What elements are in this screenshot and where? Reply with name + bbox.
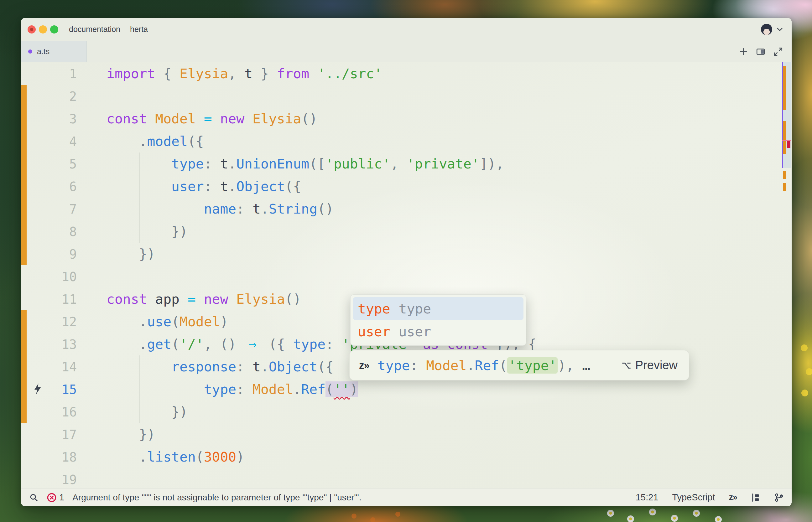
scrollbar-git-mark (783, 183, 786, 191)
line-number: 9 (21, 243, 77, 265)
user-menu[interactable] (761, 24, 784, 35)
code-line: 7 name: t.String() (21, 198, 792, 220)
zoom-button[interactable] (50, 25, 58, 34)
tab-a-ts[interactable]: a.ts (21, 41, 87, 62)
code-text: }) (106, 404, 187, 420)
code-text: response: t.Object({ (106, 359, 334, 375)
code-text: user: t.Object({ (106, 179, 301, 194)
line-number: 11 (21, 288, 77, 310)
code-action-lightning-icon[interactable] (33, 383, 42, 395)
completion-detail: type (399, 301, 431, 317)
completion-label: type (358, 301, 390, 317)
branch-name: herta (130, 25, 148, 34)
git-branch-icon (774, 493, 784, 502)
scrollbar-cursor-mark (782, 140, 791, 141)
wallpaper-flower (801, 344, 808, 352)
plus-icon (739, 47, 748, 56)
code-text: const app = new Elysia() (106, 291, 301, 307)
outline-panel-button[interactable] (751, 493, 760, 502)
wallpaper-flower (671, 515, 678, 522)
diagnostics-indicator[interactable]: 1 (45, 492, 66, 503)
code-text: .use(Model) (106, 314, 228, 329)
unsaved-dot-icon (28, 49, 32, 54)
line-number: 1 (21, 63, 77, 85)
code-line: 15 type: Model.Ref('') (21, 378, 792, 401)
wallpaper-flower (627, 516, 634, 522)
code-line: 19 (21, 468, 792, 488)
line-number: 8 (21, 220, 77, 243)
code-text: .model({ (106, 134, 204, 149)
cursor-position[interactable]: 15:21 (636, 492, 658, 503)
code-line: 9 }) (21, 243, 792, 265)
wallpaper-flower (693, 510, 700, 517)
wallpaper-flower (370, 517, 375, 522)
option-key-icon (621, 361, 631, 370)
wallpaper-flower (395, 512, 400, 517)
zed-prediction-icon: z» (359, 360, 369, 372)
completion-item-user[interactable]: useruser (353, 320, 523, 343)
chevron-down-icon (776, 26, 784, 33)
line-number: 10 (21, 265, 77, 288)
prediction-toggle[interactable]: z» (729, 493, 737, 502)
outline-panel-icon (751, 493, 760, 502)
preview-button[interactable]: Preview (620, 358, 679, 372)
scrollbar-git-mark (783, 170, 786, 179)
line-number: 15 (21, 378, 77, 401)
line-number: 5 (21, 153, 77, 175)
code-text: name: t.String() (106, 201, 334, 217)
line-number: 16 (21, 401, 77, 423)
split-pane-button[interactable] (756, 47, 765, 56)
code-line: 17 }) (21, 423, 792, 446)
code-lines: 1import { Elysia, t } from '../src'23con… (21, 62, 792, 488)
line-number: 17 (21, 423, 77, 446)
code-line: 5 type: t.UnionEnum(['public', 'private'… (21, 153, 792, 175)
completion-label: user (358, 324, 390, 339)
wallpaper-flower (715, 516, 722, 522)
completion-detail: user (399, 324, 431, 339)
code-line: 4 .model({ (21, 130, 792, 153)
line-number: 19 (21, 468, 77, 488)
error-icon (47, 493, 57, 503)
wallpaper-flower (607, 510, 614, 517)
diagnostic-message: Argument of type '""' is not assignable … (72, 493, 361, 503)
code-editor[interactable]: 1import { Elysia, t } from '../src'23con… (21, 62, 792, 488)
line-number: 7 (21, 198, 77, 220)
search-button[interactable] (29, 493, 39, 502)
preview-label: Preview (635, 359, 678, 372)
scrollbar-error-mark (787, 141, 790, 148)
line-number: 14 (21, 356, 77, 378)
line-number: 4 (21, 130, 77, 153)
prediction-code: type: Model.Ref('type'), … (377, 358, 590, 373)
expand-icon (773, 47, 783, 56)
line-number: 2 (21, 85, 77, 108)
line-number: 12 (21, 310, 77, 333)
status-bar: 1 Argument of type '""' is not assignabl… (21, 488, 792, 506)
window-title: documentation herta (69, 25, 148, 34)
scrollbar-git-mark (783, 141, 786, 154)
code-text: type: t.UnionEnum(['public', 'private'])… (106, 156, 504, 172)
tab-bar: a.ts (21, 41, 792, 63)
code-text: }) (106, 426, 155, 442)
git-panel-button[interactable] (774, 493, 784, 502)
new-tab-button[interactable] (739, 47, 748, 56)
line-number: 3 (21, 108, 77, 130)
language-selector[interactable]: TypeScript (672, 492, 715, 503)
traffic-lights (27, 25, 58, 34)
code-line: 6 user: t.Object({ (21, 175, 792, 198)
edit-prediction-hint: z» type: Model.Ref('type'), … Preview (349, 350, 689, 380)
error-count: 1 (59, 492, 64, 503)
project-name: documentation (69, 25, 120, 34)
search-icon (29, 493, 39, 502)
scrollbar-git-mark (783, 121, 786, 140)
tabbar-actions (739, 41, 792, 62)
titlebar: documentation herta (21, 18, 792, 41)
close-button[interactable] (27, 25, 36, 34)
line-number: 13 (21, 333, 77, 356)
code-line: 10 (21, 265, 792, 288)
line-number: 6 (21, 175, 77, 198)
line-number: 18 (21, 446, 77, 468)
minimize-button[interactable] (39, 25, 47, 34)
completion-item-type[interactable]: typetype (353, 297, 523, 320)
expand-button[interactable] (773, 47, 783, 56)
wallpaper-flower (806, 368, 812, 375)
